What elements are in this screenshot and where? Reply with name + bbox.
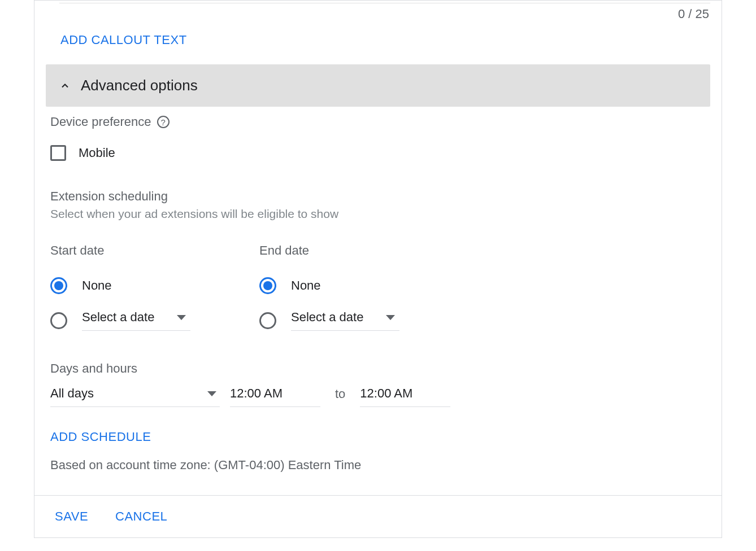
add-schedule-button[interactable]: ADD SCHEDULE <box>50 407 706 458</box>
caret-down-icon <box>177 315 186 320</box>
end-date-label: End date <box>259 243 468 269</box>
time-to-field[interactable]: 12:00 AM <box>360 386 450 407</box>
caret-down-icon <box>207 391 216 396</box>
end-date-none-label: None <box>291 278 321 293</box>
end-date-none-radio[interactable] <box>259 277 276 294</box>
start-date-label: Start date <box>50 243 259 269</box>
end-date-select-field[interactable]: Select a date <box>291 310 399 331</box>
device-preference-label: Device preference ? <box>50 107 706 129</box>
mobile-label: Mobile <box>79 146 115 160</box>
cancel-button[interactable]: CANCEL <box>115 509 167 524</box>
start-date-select-radio[interactable] <box>50 312 67 329</box>
timezone-note: Based on account time zone: (GMT-04:00) … <box>50 458 706 495</box>
save-button[interactable]: SAVE <box>55 509 88 524</box>
help-icon[interactable]: ? <box>157 116 170 128</box>
advanced-options-toggle[interactable]: Advanced options <box>46 64 710 107</box>
start-date-none-label: None <box>82 278 112 293</box>
char-counter: 0 / 25 <box>34 3 722 21</box>
extension-scheduling-description: Select when your ad extensions will be e… <box>50 204 706 221</box>
days-select[interactable]: All days <box>50 386 220 407</box>
start-date-none-radio[interactable] <box>50 277 67 294</box>
chevron-up-icon <box>59 80 71 91</box>
extension-scheduling-label: Extension scheduling <box>50 181 706 204</box>
start-date-select-field[interactable]: Select a date <box>82 310 190 331</box>
advanced-options-title: Advanced options <box>81 77 198 94</box>
end-date-select-radio[interactable] <box>259 312 276 329</box>
to-label: to <box>331 387 350 407</box>
add-callout-button[interactable]: ADD CALLOUT TEXT <box>50 21 197 64</box>
days-hours-label: Days and hours <box>50 339 706 376</box>
time-from-field[interactable]: 12:00 AM <box>230 386 320 407</box>
caret-down-icon <box>386 315 395 320</box>
mobile-checkbox[interactable] <box>50 145 66 161</box>
